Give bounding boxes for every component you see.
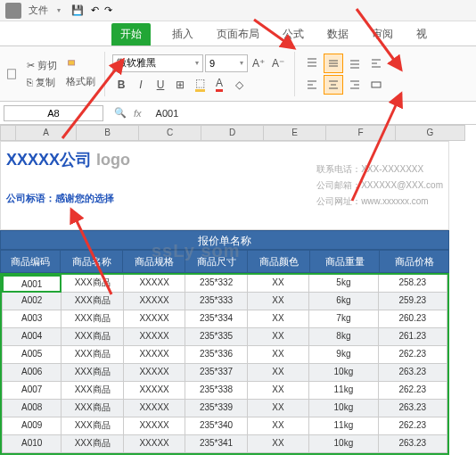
table-row[interactable]: A010XXX商品XXXXX235*341XX10kg263.23 bbox=[2, 435, 447, 453]
cell[interactable]: 10kg bbox=[309, 435, 378, 453]
col-header-f[interactable]: F bbox=[326, 125, 396, 141]
cell[interactable]: XX bbox=[248, 346, 309, 364]
search-icon[interactable]: 🔍 bbox=[114, 107, 127, 119]
cell[interactable]: 262.23 bbox=[379, 346, 447, 364]
paste-button[interactable] bbox=[4, 67, 20, 81]
col-header-b[interactable]: B bbox=[77, 125, 139, 141]
font-family-combo[interactable]: 微软雅黑▾ bbox=[112, 54, 203, 72]
cell[interactable]: 261.23 bbox=[379, 328, 447, 346]
underline-button[interactable]: U bbox=[152, 76, 169, 94]
cell[interactable]: 262.23 bbox=[379, 382, 447, 400]
cell[interactable]: XXX商品 bbox=[62, 310, 123, 328]
cell[interactable]: XXX商品 bbox=[62, 400, 123, 417]
app-icon[interactable] bbox=[5, 3, 21, 19]
cell[interactable]: 263.23 bbox=[379, 364, 447, 382]
cell[interactable]: XXXXX bbox=[124, 435, 185, 453]
cell[interactable]: XXX商品 bbox=[62, 364, 123, 382]
cell[interactable]: A009 bbox=[2, 417, 62, 435]
cell[interactable]: XX bbox=[248, 400, 309, 417]
cell[interactable]: XXXXX bbox=[124, 346, 185, 364]
cell[interactable]: 7kg bbox=[309, 310, 378, 328]
cell[interactable]: XXXXX bbox=[124, 364, 185, 382]
cell[interactable]: 9kg bbox=[309, 346, 378, 364]
cell[interactable]: XXXXX bbox=[124, 382, 185, 400]
table-row[interactable]: A003XXX商品XXXXX235*334XX7kg260.23 bbox=[2, 310, 447, 328]
table-row[interactable]: A007XXX商品XXXXX235*338XX11kg262.23 bbox=[2, 382, 447, 400]
cell[interactable]: XXXXX bbox=[124, 310, 185, 328]
cell[interactable]: 8kg bbox=[309, 328, 378, 346]
align-center-button[interactable] bbox=[324, 75, 343, 95]
cell[interactable]: A010 bbox=[2, 435, 62, 453]
file-menu[interactable]: 文件 bbox=[23, 4, 53, 17]
tab-view[interactable]: 视 bbox=[414, 23, 429, 45]
cell[interactable]: 11kg bbox=[309, 417, 378, 435]
tab-review[interactable]: 审阅 bbox=[370, 23, 395, 45]
table-row[interactable]: A001XXX商品XXXXX235*332XX5kg258.23 bbox=[2, 275, 447, 293]
cell[interactable]: XXX商品 bbox=[62, 435, 123, 453]
align-top-button[interactable] bbox=[302, 54, 322, 73]
cell[interactable]: XXXXX bbox=[124, 400, 185, 417]
cell[interactable]: XXX商品 bbox=[62, 328, 123, 346]
cell[interactable]: 262.23 bbox=[379, 417, 447, 435]
cell[interactable]: XX bbox=[248, 364, 309, 382]
cell[interactable]: A007 bbox=[2, 382, 62, 400]
cell[interactable]: XX bbox=[248, 293, 309, 310]
table-row[interactable]: A002XXX商品XXXXX235*333XX6kg259.23 bbox=[2, 293, 447, 310]
cell[interactable]: XXXXX bbox=[124, 275, 185, 293]
clear-format-button[interactable]: ◇ bbox=[230, 76, 248, 94]
sheet-content[interactable]: XXXXX公司 logo 公司标语：感谢您的选择 联系电话：XXX-XXXXXX… bbox=[0, 141, 449, 455]
cell[interactable]: 235*333 bbox=[185, 293, 247, 310]
cell[interactable]: A005 bbox=[2, 346, 62, 364]
cell[interactable]: XXX商品 bbox=[62, 346, 123, 364]
cell[interactable]: 235*341 bbox=[185, 435, 247, 453]
align-middle-button[interactable] bbox=[324, 54, 343, 73]
table-row[interactable]: A006XXX商品XXXXX235*337XX10kg263.23 bbox=[2, 364, 447, 382]
fx-label[interactable]: fx bbox=[134, 108, 142, 119]
select-all-corner[interactable] bbox=[0, 125, 16, 141]
name-box[interactable]: A8 bbox=[4, 105, 103, 121]
table-row[interactable]: A005XXX商品XXXXX235*336XX9kg262.23 bbox=[2, 346, 447, 364]
cell[interactable]: 10kg bbox=[309, 364, 378, 382]
cell[interactable]: 235*335 bbox=[185, 328, 247, 346]
tab-data[interactable]: 数据 bbox=[325, 23, 350, 45]
cell[interactable]: 235*338 bbox=[185, 382, 247, 400]
cell[interactable]: 235*336 bbox=[185, 346, 247, 364]
cell[interactable]: A006 bbox=[2, 364, 62, 382]
align-left-button[interactable] bbox=[302, 75, 322, 95]
cell[interactable]: 263.23 bbox=[379, 435, 447, 453]
cell[interactable]: XX bbox=[248, 382, 309, 400]
cell[interactable]: A008 bbox=[2, 400, 62, 417]
cell[interactable]: 235*340 bbox=[185, 417, 247, 435]
col-header-c[interactable]: C bbox=[139, 125, 201, 141]
table-row[interactable]: A008XXX商品XXXXX235*339XX10kg263.23 bbox=[2, 400, 447, 417]
font-color-button[interactable]: A bbox=[210, 76, 228, 94]
tab-start[interactable]: 开始 bbox=[111, 23, 151, 45]
table-row[interactable]: A009XXX商品XXXXX235*340XX11kg262.23 bbox=[2, 417, 447, 435]
fill-color-button[interactable]: ⬚ bbox=[191, 76, 209, 94]
decrease-font-button[interactable]: A⁻ bbox=[269, 54, 287, 72]
merge-button[interactable] bbox=[366, 75, 386, 95]
cell[interactable]: 235*337 bbox=[185, 364, 247, 382]
cell[interactable]: XX bbox=[248, 328, 309, 346]
tab-layout[interactable]: 页面布局 bbox=[215, 23, 261, 45]
cell[interactable]: 235*332 bbox=[185, 275, 247, 293]
cell[interactable]: XX bbox=[248, 435, 309, 453]
undo-icon[interactable]: ↶ bbox=[91, 4, 99, 16]
cell[interactable]: 6kg bbox=[309, 293, 378, 310]
cell[interactable]: 10kg bbox=[309, 400, 378, 417]
wrap-text-button[interactable] bbox=[366, 54, 386, 73]
cell[interactable]: XXXXX bbox=[124, 328, 185, 346]
cell[interactable]: 5kg bbox=[309, 275, 378, 293]
chevron-down-icon[interactable]: ▾ bbox=[55, 6, 62, 14]
formula-input[interactable]: A001 bbox=[156, 108, 179, 119]
cell[interactable]: A003 bbox=[2, 310, 62, 328]
tab-insert[interactable]: 插入 bbox=[170, 23, 195, 45]
border-button[interactable]: ⊞ bbox=[171, 76, 189, 94]
align-bottom-button[interactable] bbox=[345, 54, 365, 73]
cell[interactable]: XXX商品 bbox=[62, 293, 123, 310]
tab-formula[interactable]: 公式 bbox=[281, 23, 306, 45]
cell[interactable]: XXX商品 bbox=[62, 382, 123, 400]
cell[interactable]: 263.23 bbox=[379, 400, 447, 417]
cell[interactable]: A004 bbox=[2, 328, 62, 346]
bold-button[interactable]: B bbox=[112, 76, 130, 94]
